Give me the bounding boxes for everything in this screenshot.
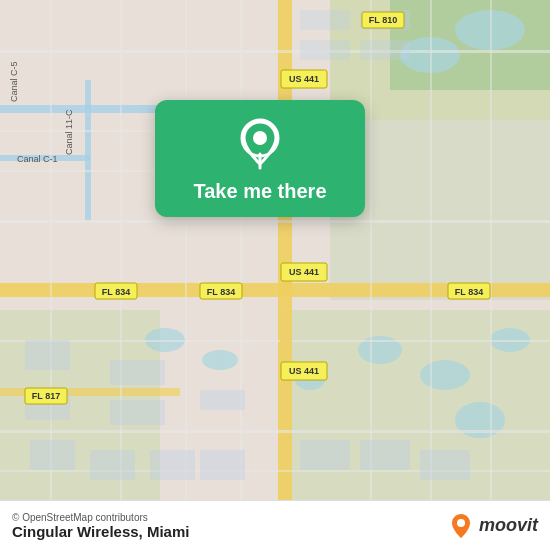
svg-rect-34: [430, 0, 432, 500]
svg-rect-43: [200, 450, 245, 480]
take-me-there-button[interactable]: Take me there: [193, 180, 326, 203]
svg-text:FL 834: FL 834: [207, 287, 235, 297]
svg-rect-50: [300, 40, 350, 60]
svg-text:US 441: US 441: [289, 267, 319, 277]
svg-text:Canal 11-C: Canal 11-C: [64, 109, 74, 155]
location-info: © OpenStreetMap contributors Cingular Wi…: [12, 512, 189, 540]
svg-rect-42: [150, 450, 195, 480]
svg-rect-29: [50, 0, 52, 500]
svg-rect-27: [0, 430, 550, 433]
svg-text:FL 834: FL 834: [102, 287, 130, 297]
svg-point-15: [420, 360, 470, 390]
svg-rect-24: [0, 220, 550, 223]
svg-rect-41: [90, 450, 135, 480]
svg-rect-36: [110, 360, 165, 385]
svg-text:US 441: US 441: [289, 74, 319, 84]
location-name: Cingular Wireless, Miami: [12, 523, 189, 540]
svg-text:FL 834: FL 834: [455, 287, 483, 297]
svg-rect-6: [0, 105, 160, 113]
moovit-pin-icon: [447, 512, 475, 540]
svg-text:FL 810: FL 810: [369, 15, 397, 25]
map-background: US 441 FL 810 FL 834 FL 834 FL 834 US 44…: [0, 0, 550, 500]
svg-point-12: [202, 350, 238, 370]
svg-rect-8: [85, 80, 91, 220]
svg-rect-26: [292, 340, 550, 342]
svg-rect-32: [240, 0, 242, 500]
svg-rect-38: [25, 340, 70, 370]
location-pin-icon: [234, 118, 286, 170]
map-container: US 441 FL 810 FL 834 FL 834 FL 834 US 44…: [0, 0, 550, 500]
svg-text:Canal C-5: Canal C-5: [9, 61, 19, 102]
map-attribution: © OpenStreetMap contributors: [12, 512, 189, 523]
svg-point-73: [254, 132, 266, 144]
svg-rect-46: [360, 440, 410, 470]
svg-text:US 441: US 441: [289, 366, 319, 376]
svg-text:Canal C-1: Canal C-1: [17, 154, 58, 164]
map-card[interactable]: Take me there: [155, 100, 365, 217]
svg-rect-33: [370, 0, 372, 500]
moovit-logo: moovit: [447, 512, 538, 540]
svg-rect-48: [300, 10, 350, 30]
svg-rect-40: [30, 440, 75, 470]
svg-rect-37: [110, 400, 165, 425]
svg-rect-44: [200, 390, 245, 410]
svg-rect-35: [490, 0, 492, 500]
svg-rect-31: [185, 0, 187, 500]
svg-rect-21: [0, 50, 550, 53]
bottom-bar: © OpenStreetMap contributors Cingular Wi…: [0, 500, 550, 550]
svg-point-74: [457, 519, 465, 527]
svg-rect-45: [300, 440, 350, 470]
svg-rect-51: [360, 40, 410, 60]
svg-text:FL 817: FL 817: [32, 391, 60, 401]
moovit-text: moovit: [479, 515, 538, 536]
svg-rect-47: [420, 450, 470, 480]
